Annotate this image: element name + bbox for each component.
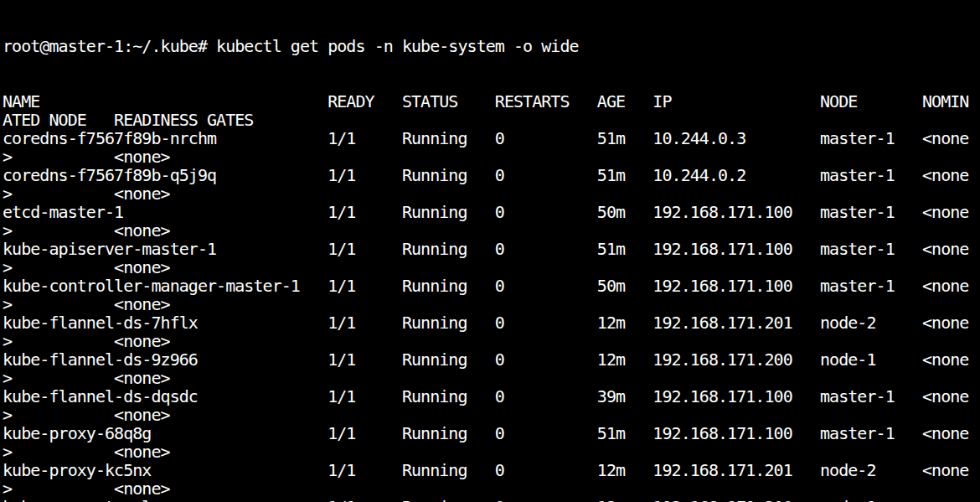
output-line: kube-apiserver-master-1 1/1 Running 0 51…: [3, 240, 980, 258]
output-line: NAME READY STATUS RESTARTS AGE IP NODE N…: [3, 92, 980, 111]
output-line: > <none>: [3, 406, 980, 424]
output-lines: NAME READY STATUS RESTARTS AGE IP NODE N…: [3, 92, 980, 502]
output-line: > <none>: [3, 184, 980, 203]
output-line: > <none>: [3, 295, 980, 313]
output-line: > <none>: [3, 479, 980, 498]
command-line: root@master-1:~/.kube#kubectl get pods -…: [3, 37, 980, 55]
output-line: > <none>: [3, 258, 980, 277]
terminal-window[interactable]: root@master-1:~/.kube#kubectl get pods -…: [0, 0, 980, 502]
output-line: kube-flannel-ds-7hflx 1/1 Running 0 12m …: [3, 313, 980, 332]
output-line: kube-controller-manager-master-1 1/1 Run…: [3, 277, 980, 295]
typed-command: kubectl get pods -n kube-system -o wide: [216, 36, 579, 56]
output-line: coredns-f7567f89b-nrchm 1/1 Running 0 51…: [3, 129, 980, 147]
output-line: > <none>: [3, 221, 980, 240]
output-line: etcd-master-1 1/1 Running 0 50m 192.168.…: [3, 203, 980, 221]
output-line: > <none>: [3, 332, 980, 350]
output-line: > <none>: [3, 147, 980, 166]
output-line: kube-proxy-kc5nx 1/1 Running 0 12m 192.1…: [3, 461, 980, 479]
output-line: kube-flannel-ds-dqsdc 1/1 Running 0 39m …: [3, 387, 980, 406]
output-line: > <none>: [3, 442, 980, 461]
output-line: coredns-f7567f89b-q5j9q 1/1 Running 0 51…: [3, 166, 980, 184]
output-line: ATED NODE READINESS GATES: [3, 111, 980, 129]
output-line: > <none>: [3, 369, 980, 387]
output-line: kube-proxy-trnwl 1/1 Running 0 12m 192.1…: [3, 498, 980, 502]
output-line: kube-proxy-68q8g 1/1 Running 0 51m 192.1…: [3, 424, 980, 442]
output-line: kube-flannel-ds-9z966 1/1 Running 0 12m …: [3, 350, 980, 369]
shell-prompt: root@master-1:~/.kube#: [3, 36, 207, 56]
